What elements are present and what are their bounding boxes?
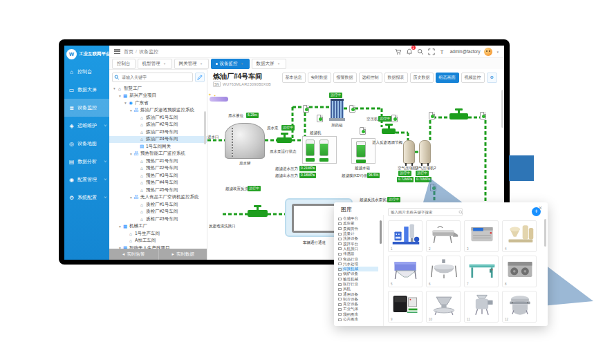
tree-node[interactable]: ⌂预热厂#1号车间 [109, 157, 207, 165]
category-我的图库[interactable]: 我的图库 [338, 312, 378, 317]
equipment-item[interactable]: 12 [502, 291, 537, 323]
equipment-item[interactable]: 3 [464, 220, 499, 252]
canvas-scrollbar[interactable] [501, 90, 503, 128]
tree-caret-icon[interactable]: ▾ [129, 195, 133, 200]
category-公共图库[interactable]: 公共图库 [338, 317, 378, 321]
scada-value-badge: 6.25m [246, 113, 259, 118]
bell-icon[interactable]: 1 [406, 48, 413, 55]
tree-caret-icon[interactable]: ▾ [129, 108, 133, 113]
category-食品行业[interactable]: 食品行业 [338, 256, 378, 261]
tree-node[interactable]: ▾⌂智慧工厂 [109, 85, 207, 93]
category-真空设备[interactable]: 真空设备 [338, 302, 378, 307]
category-scrollbar[interactable] [380, 220, 382, 244]
user-caret-icon[interactable]: ▾ [496, 50, 499, 54]
tree-node[interactable]: ⌂A加工车间 [109, 238, 207, 245]
sidebar-item-系统配置[interactable]: ⚙系统配置˅ [64, 189, 109, 207]
sidebar-item-数据大屏[interactable]: ▭数据大屏 [64, 81, 109, 99]
equipment-item[interactable]: 10 [426, 291, 461, 323]
category-泵阀管件[interactable]: 泵阀管件 [338, 227, 378, 231]
cart-icon[interactable] [395, 48, 402, 55]
tree-node[interactable]: ▾品预热智能工厂监控系统 [109, 151, 207, 158]
tree-node[interactable]: ▾品炼油厂反渗透预膜监控系统 [109, 107, 207, 115]
equipment-item[interactable]: 6 [426, 256, 461, 287]
category-传感器[interactable]: 传感器 [338, 251, 378, 256]
category-label: 洗涤设备 [343, 236, 358, 241]
sidebar-item-数据分析[interactable]: ▤数据分析˅ [64, 153, 109, 171]
equipment-item[interactable]: 5 [388, 256, 423, 287]
category-通用设备[interactable]: 通用设备 [338, 291, 378, 296]
sidebar-item-label: 控制台 [77, 68, 92, 75]
equipment-item[interactable]: 4 [502, 220, 537, 252]
tree-node[interactable]: ▾▦新兴产业项目 [109, 93, 207, 100]
equipment-item[interactable]: 9 [388, 291, 423, 323]
tree-node[interactable]: ⌂炼油厂#2号车间 [109, 122, 207, 129]
tree-node[interactable]: ⌂质检厂#2号车间 [109, 209, 207, 216]
grid-scrollbar[interactable] [544, 219, 546, 247]
equipment-item[interactable]: 2 [426, 220, 461, 252]
tree-caret-icon[interactable]: ▾ [118, 94, 122, 98]
add-image-button[interactable]: + [532, 207, 541, 216]
workshop-icon: ⌂ [139, 166, 145, 171]
sidebar-item-运维维护[interactable]: ◈运维维护˅ [64, 117, 109, 135]
font-size-icon[interactable]: T [439, 48, 446, 55]
category-焊接机械[interactable]: 焊接机械 [338, 267, 378, 271]
equipment-item[interactable]: 8 [502, 256, 537, 287]
search-icon[interactable] [417, 48, 424, 55]
category-医疗行业[interactable]: 医疗行业 [338, 282, 378, 287]
menu-collapse-icon[interactable] [114, 49, 120, 54]
category-污水处理[interactable]: 污水处理 [338, 262, 378, 267]
tree-node[interactable]: ⌂预热厂#3号车间 [109, 172, 207, 180]
sidebar-item-设备监控[interactable]: ≣设备监控 [64, 99, 109, 117]
category-风机[interactable]: 风机 [338, 287, 378, 291]
tree-node[interactable]: ⌂质检厂#1号车间 [109, 201, 207, 209]
sidebar-item-控制台[interactable]: ⌂控制台 [64, 63, 109, 81]
category-锅炉设备[interactable]: 锅炉设备 [338, 271, 378, 276]
tab-控制台[interactable]: 控制台 [112, 59, 136, 69]
category-工业气体[interactable]: 工业气体 [338, 307, 378, 312]
category-流量计[interactable]: 流量计 [338, 231, 378, 236]
tree-node[interactable]: ▾品无人食品工厂空调机监控系统 [109, 194, 207, 202]
tree-node[interactable]: ▾◉广东省 [109, 99, 207, 107]
category-输送机械[interactable]: 输送机械 [338, 277, 378, 282]
equipment-item[interactable]: 11 [464, 291, 499, 323]
tree-node[interactable]: ⌂炼油厂#4号车间 [109, 136, 207, 144]
tree-caret-icon[interactable]: ▾ [118, 224, 122, 229]
tree-node[interactable]: ⌂炼油厂#1号车间 [109, 114, 207, 122]
tab-数据大屏[interactable]: 数据大屏▾ [252, 59, 286, 69]
tree-footer-实时告警[interactable]: ◂实时告警 [109, 249, 158, 260]
tree-scrollbar[interactable] [204, 111, 206, 144]
username[interactable]: admin@factory [450, 49, 481, 54]
tree-node[interactable]: ⌂质检厂#3号车间 [109, 215, 207, 223]
category-制冷设备[interactable]: 制冷设备 [338, 297, 378, 302]
sidebar-item-配置管理[interactable]: ◉配置管理˅ [64, 171, 109, 189]
tree-caret-icon[interactable]: ▾ [129, 152, 133, 156]
avatar[interactable] [484, 48, 492, 56]
fullscreen-icon[interactable] [428, 48, 435, 55]
tree-node[interactable]: ▤1号车间网关 [109, 143, 207, 151]
gallery-search-input[interactable] [388, 208, 463, 216]
category-反应釜[interactable]: 反应釜 [338, 221, 378, 226]
tree-node[interactable]: ▾▦机械工厂 [109, 223, 207, 231]
tab-机型管理[interactable]: 机型管理▾ [138, 59, 172, 69]
tab-设备监控[interactable]: 设备监控▾ [211, 59, 250, 69]
tab-网关管理[interactable]: 网关管理▾ [174, 59, 209, 69]
tree-node[interactable]: ⌂预热厂#5号车间 [109, 186, 207, 194]
equipment-item[interactable]: 1 [388, 220, 423, 252]
tree-node[interactable]: ⌂1号生产车间 [109, 230, 207, 238]
sidebar-item-设备地图[interactable]: ◎设备地图 [64, 135, 109, 153]
category-洗涤设备[interactable]: 洗涤设备 [338, 236, 378, 241]
tree-edit-button[interactable] [195, 73, 205, 82]
tree-caret-icon[interactable]: ▾ [112, 86, 117, 90]
category-人机接口[interactable]: 人机接口 [338, 247, 378, 251]
tree-node[interactable]: ⌂炼油厂#3号车间 [109, 128, 207, 136]
category-搅拌平台[interactable]: 搅拌平台 [338, 241, 378, 246]
breadcrumb-home[interactable]: 首页 [124, 48, 133, 55]
tree-footer-实时数据[interactable]: ▸实时数据 [158, 249, 208, 260]
tree-node[interactable]: ⌂预热厂#4号车间 [109, 180, 207, 187]
notification-badge: 1 [411, 46, 416, 50]
tree-caret-icon[interactable]: ▾ [123, 101, 128, 105]
category-仓储平台[interactable]: 仓储平台 [338, 216, 378, 221]
equipment-item[interactable]: 7 [464, 256, 499, 287]
tree-search-input[interactable] [112, 73, 193, 82]
tree-node[interactable]: ⌂预热厂#2号车间 [109, 165, 207, 173]
